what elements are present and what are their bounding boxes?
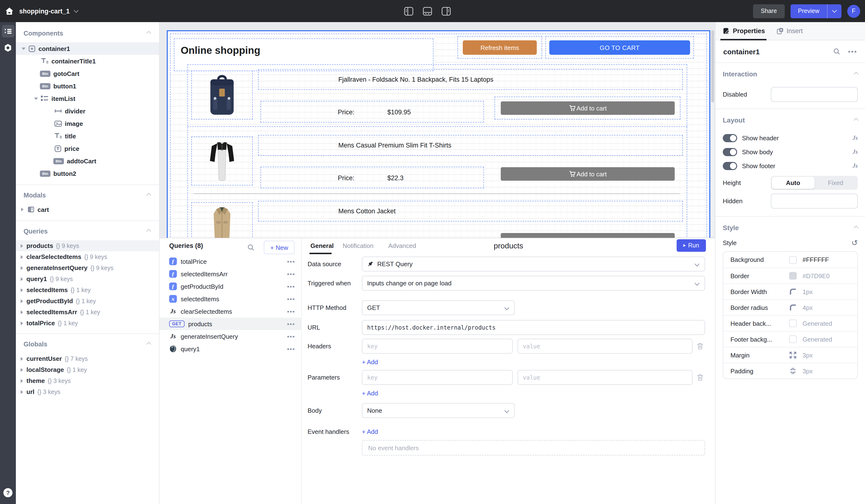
app-name-chevron-down-icon[interactable] <box>74 8 79 13</box>
query-item-selectedItemsArr[interactable]: ƒ selectedItemsArr••• <box>160 268 302 280</box>
kebab-menu-icon[interactable]: ••• <box>287 320 295 327</box>
add-event-handler-link[interactable]: + Add <box>362 428 378 435</box>
globals-collapse-icon[interactable] <box>146 342 151 347</box>
collapse-icon[interactable] <box>854 72 858 77</box>
disabled-input[interactable] <box>771 87 858 102</box>
sidebar-query-selectedItemsArr[interactable]: selectedItemsArr {} 1 key <box>16 306 159 318</box>
url-input[interactable]: https://host.docker.internal/products <box>362 320 705 335</box>
style-header[interactable]: Style <box>723 222 858 234</box>
product-price-widget[interactable]: Price: $109.95 <box>261 101 484 122</box>
queries-section-header[interactable]: Queries <box>16 226 159 236</box>
sidebar-query-totalPrice[interactable]: totalPrice {} 1 key <box>16 318 159 329</box>
sidebar-global-localStorage[interactable]: localStorage {} 1 key <box>16 364 159 375</box>
http-method-select[interactable]: GET <box>362 300 515 315</box>
js-toggle-icon[interactable]: Js <box>853 134 858 142</box>
add-header-link[interactable]: + Add <box>362 359 378 366</box>
help-icon[interactable]: ? <box>3 488 12 497</box>
tree-item-divider[interactable]: divider <box>16 105 159 117</box>
style-row-footer-background[interactable]: Footer backg... Generated <box>723 331 857 347</box>
sidebar-query-clearSelectedtems[interactable]: clearSelectedtems {} 9 keys <box>16 251 159 262</box>
show-header-toggle[interactable] <box>723 134 737 142</box>
caret-right-icon[interactable] <box>21 368 23 372</box>
new-query-button[interactable]: + New <box>264 241 295 254</box>
delete-header-trash-icon[interactable] <box>697 342 704 350</box>
style-row-border-radius[interactable]: Border radius 4px <box>723 299 857 315</box>
tree-item-button1[interactable]: Btn button1 <box>16 80 159 92</box>
sidebar-query-generateInsertQuery[interactable]: generateInsertQuery {} 9 keys <box>16 262 159 273</box>
run-button[interactable]: Run <box>677 239 706 252</box>
tree-item-price[interactable]: price <box>16 142 159 155</box>
go-to-cart-button[interactable]: GO TO CART <box>549 40 690 55</box>
globals-section-header[interactable]: Globals <box>16 339 159 349</box>
show-body-toggle[interactable] <box>723 148 737 156</box>
preview-button[interactable]: Preview <box>790 4 841 18</box>
sidebar-query-selectedItems[interactable]: selectedItems {} 1 key <box>16 284 159 295</box>
components-collapse-icon[interactable] <box>146 31 151 36</box>
product-title-widget[interactable]: Mens Casual Premium Slim Fit T-Shirts <box>258 135 683 156</box>
query-item-query1[interactable]: query1••• <box>160 342 302 355</box>
sidebar-query-products[interactable]: products {} 9 keys <box>16 240 159 251</box>
tab-properties[interactable]: Properties <box>723 27 765 35</box>
kebab-menu-icon[interactable]: ••• <box>287 333 295 340</box>
interaction-header[interactable]: Interaction <box>723 68 858 80</box>
add-parameter-link[interactable]: + Add <box>362 390 378 397</box>
tree-item-image[interactable]: image <box>16 117 159 130</box>
layout-header[interactable]: Layout <box>723 114 858 126</box>
style-row-header-background[interactable]: Header back... Generated <box>723 315 857 331</box>
tree-item-gotoCart[interactable]: Btn gotoCart <box>16 67 159 80</box>
modals-section-header[interactable]: Modals <box>16 190 159 200</box>
caret-right-icon[interactable] <box>21 208 24 211</box>
caret-right-icon[interactable] <box>21 310 23 314</box>
caret-right-icon[interactable] <box>21 321 23 325</box>
product-image[interactable] <box>191 137 253 186</box>
kebab-menu-icon[interactable]: ••• <box>287 295 295 303</box>
caret-right-icon[interactable] <box>21 244 23 248</box>
delete-parameter-trash-icon[interactable] <box>697 374 704 381</box>
tab-insert[interactable]: Insert <box>776 27 803 35</box>
modals-collapse-icon[interactable] <box>146 193 151 198</box>
caret-right-icon[interactable] <box>21 277 23 281</box>
collapse-icon[interactable] <box>854 225 858 230</box>
style-row-border[interactable]: Border #D7D9E0 <box>723 268 857 283</box>
body-select[interactable]: None <box>362 403 515 418</box>
tree-item-itemList[interactable]: itemList <box>16 92 159 105</box>
add-to-cart-button[interactable]: Add to cart <box>501 101 675 115</box>
property-search-icon[interactable] <box>833 48 841 55</box>
share-button[interactable]: Share <box>753 4 785 18</box>
query-item-totalPrice[interactable]: ƒ totalPrice••• <box>160 255 302 268</box>
entity-explorer-icon[interactable] <box>2 25 14 37</box>
product-title-widget[interactable]: Mens Cotton Jacket <box>258 201 683 222</box>
parameter-value-input[interactable]: value <box>518 370 692 385</box>
caret-right-icon[interactable] <box>21 255 23 259</box>
style-row-margin[interactable]: Margin 3px <box>723 347 857 363</box>
js-toggle-icon[interactable]: Js <box>853 162 858 169</box>
tree-item-button2[interactable]: Btn button2 <box>16 167 159 180</box>
kebab-menu-icon[interactable]: ••• <box>287 283 295 290</box>
caret-right-icon[interactable] <box>21 266 23 270</box>
caret-right-icon[interactable] <box>21 357 23 361</box>
kebab-menu-icon[interactable]: ••• <box>287 308 295 315</box>
query-search-icon[interactable] <box>247 244 255 251</box>
parameter-key-input[interactable]: key <box>362 370 513 385</box>
header-key-input[interactable]: key <box>362 339 513 354</box>
sidebar-global-theme[interactable]: theme {} 3 keys <box>16 375 159 386</box>
style-row-border-width[interactable]: Border Width 1px <box>723 283 857 299</box>
caret-right-icon[interactable] <box>21 288 23 292</box>
caret-right-icon[interactable] <box>21 299 23 303</box>
caret-right-icon[interactable] <box>21 390 23 394</box>
header-value-input[interactable]: value <box>518 339 692 354</box>
collapse-icon[interactable] <box>854 118 858 122</box>
sidebar-global-url[interactable]: url {} 3 keys <box>16 386 159 397</box>
kebab-menu-icon[interactable]: ••• <box>287 270 295 278</box>
refresh-items-button[interactable]: Refresh items <box>463 40 537 55</box>
show-footer-toggle[interactable] <box>723 162 737 170</box>
queries-collapse-icon[interactable] <box>146 229 151 234</box>
tree-item-container1[interactable]: container1 <box>16 42 159 55</box>
height-fixed-option[interactable]: Fixed <box>814 177 857 189</box>
app-name[interactable]: shopping-cart_1 <box>19 8 70 15</box>
toggle-right-panel-icon[interactable] <box>441 6 451 16</box>
add-to-cart-button[interactable]: Add to cart <box>501 167 675 181</box>
avatar[interactable]: F <box>847 4 860 17</box>
widget-kebab-menu-icon[interactable]: ••• <box>848 48 857 55</box>
border-color-swatch[interactable] <box>789 272 797 280</box>
